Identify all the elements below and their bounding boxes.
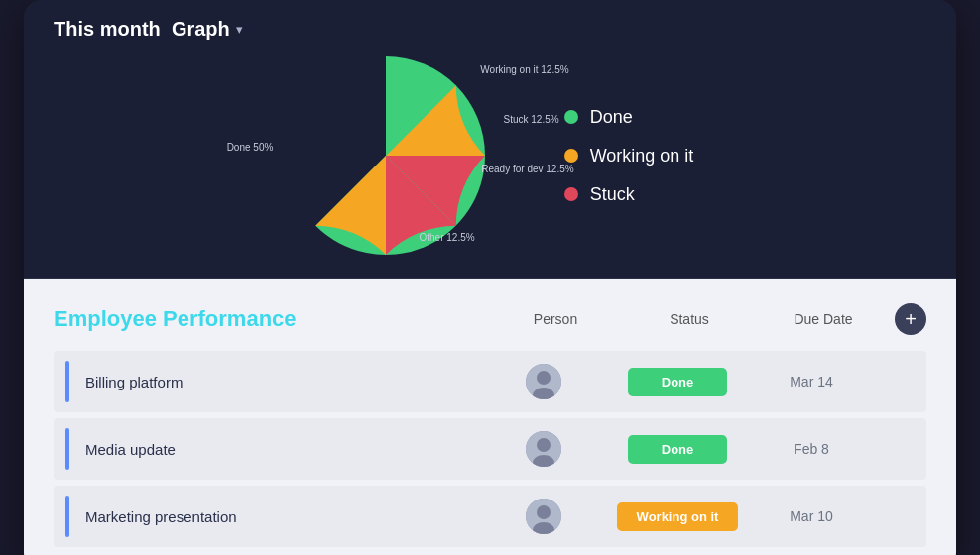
col-status-label: Status: [615, 311, 764, 327]
due-date-cell: Mar 10: [752, 508, 871, 524]
task-name: Media update: [85, 441, 484, 458]
legend-label-done: Done: [590, 107, 633, 128]
col-person-label: Person: [496, 311, 615, 327]
table-row: Media update Done Feb 8: [54, 418, 926, 480]
due-date-cell: Feb 8: [752, 441, 871, 457]
graph-title: This month Graph: [54, 18, 230, 41]
add-row-button[interactable]: +: [895, 303, 926, 335]
performance-section: Employee Performance Person Status Due D…: [24, 279, 956, 555]
person-cell: [484, 499, 603, 534]
status-badge: Done: [628, 435, 727, 464]
chart-legend: Done Working on it Stuck: [564, 107, 694, 205]
avatar-icon: [526, 431, 561, 467]
avatar-icon: [526, 499, 561, 534]
legend-working: Working on it: [564, 146, 694, 166]
graph-content: Working on it 12.5% Stuck 12.5% Ready fo…: [54, 56, 926, 255]
pie-chart-container: Working on it 12.5% Stuck 12.5% Ready fo…: [287, 56, 505, 255]
row-accent: [65, 361, 69, 402]
graph-dropdown[interactable]: ▾: [236, 22, 243, 37]
column-labels: Person Status Due Date +: [496, 303, 926, 335]
avatar: [526, 431, 561, 467]
label-done: Done 50%: [227, 142, 274, 153]
pie-labels: Working on it 12.5% Stuck 12.5% Ready fo…: [287, 56, 485, 255]
svg-point-4: [537, 438, 551, 452]
legend-label-stuck: Stuck: [590, 184, 635, 205]
legend-label-working: Working on it: [590, 146, 694, 166]
label-stuck: Stuck 12.5%: [503, 114, 558, 125]
legend-done: Done: [564, 107, 694, 128]
graph-section: This month Graph ▾: [24, 0, 956, 279]
avatar: [526, 499, 561, 534]
label-working-on-it: Working on it 12.5%: [480, 64, 568, 75]
title-prefix: This month: [54, 18, 161, 40]
performance-table: Billing platform Done Mar 14: [54, 351, 926, 547]
legend-dot-working: [564, 149, 578, 163]
col-duedate-label: Due Date: [764, 311, 883, 327]
title-suffix: Graph: [172, 18, 230, 40]
person-cell: [484, 431, 603, 467]
task-name: Billing platform: [85, 374, 484, 390]
row-accent: [65, 428, 69, 470]
legend-dot-done: [564, 110, 578, 124]
label-other: Other 12.5%: [419, 232, 474, 243]
graph-header: This month Graph ▾: [54, 18, 926, 41]
svg-point-7: [537, 505, 551, 519]
performance-title: Employee Performance: [54, 306, 496, 332]
task-name: Marketing presentation: [85, 508, 484, 525]
label-ready-for-dev: Ready for dev 12.5%: [481, 164, 573, 174]
legend-dot-stuck: [564, 187, 578, 201]
due-date-cell: Mar 14: [752, 374, 871, 389]
performance-header: Employee Performance Person Status Due D…: [54, 303, 926, 335]
avatar: [526, 364, 561, 399]
person-cell: [484, 364, 603, 399]
status-cell: Done: [603, 435, 752, 464]
svg-point-1: [537, 371, 551, 385]
table-row: Billing platform Done Mar 14: [54, 351, 926, 412]
legend-stuck: Stuck: [564, 184, 694, 205]
table-row: Marketing presentation Working on it Mar…: [54, 486, 926, 547]
status-badge: Done: [628, 368, 727, 396]
main-card: This month Graph ▾: [24, 0, 956, 555]
avatar-icon: [526, 364, 561, 399]
row-accent: [65, 496, 69, 537]
status-cell: Working on it: [603, 502, 752, 531]
status-badge: Working on it: [617, 502, 739, 531]
status-cell: Done: [603, 368, 752, 396]
